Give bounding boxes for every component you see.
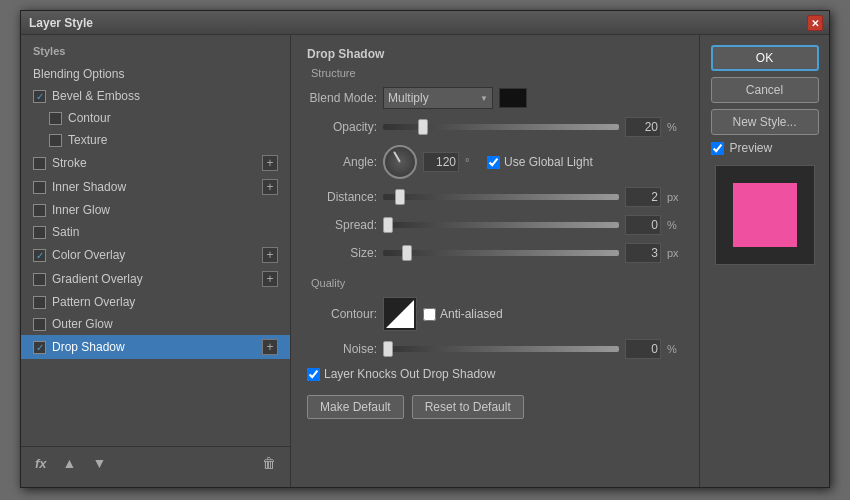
sidebar-item-bevel-emboss[interactable]: Bevel & Emboss — [21, 85, 290, 107]
preview-label: Preview — [730, 141, 773, 155]
shadow-color-swatch[interactable] — [499, 88, 527, 108]
sidebar-item-color-overlay[interactable]: Color Overlay + — [21, 243, 290, 267]
left-panel: Styles Blending Options Bevel & Emboss C… — [21, 35, 291, 487]
angle-dial[interactable] — [383, 145, 417, 179]
satin-checkbox[interactable] — [33, 226, 46, 239]
drop-shadow-plus-button[interactable]: + — [262, 339, 278, 355]
sidebar-item-gradient-overlay[interactable]: Gradient Overlay + — [21, 267, 290, 291]
noise-input[interactable] — [625, 339, 661, 359]
distance-thumb[interactable] — [395, 189, 405, 205]
color-overlay-plus-button[interactable]: + — [262, 247, 278, 263]
global-light-label: Use Global Light — [504, 155, 593, 169]
title-bar: Layer Style ✕ — [21, 11, 829, 35]
sidebar-item-contour[interactable]: Contour — [21, 107, 290, 129]
spread-slider[interactable] — [383, 222, 619, 228]
inner-shadow-checkbox[interactable] — [33, 181, 46, 194]
contour-thumbnail[interactable] — [383, 297, 417, 331]
opacity-slider[interactable] — [383, 124, 619, 130]
layer-knocks-out-checkbox[interactable] — [307, 368, 320, 381]
drop-shadow-checkbox[interactable] — [33, 341, 46, 354]
global-light-container: Use Global Light — [487, 155, 593, 169]
noise-slider[interactable] — [383, 346, 619, 352]
layer-knocks-out-label: Layer Knocks Out Drop Shadow — [324, 367, 495, 381]
new-style-button[interactable]: New Style... — [711, 109, 819, 135]
make-default-button[interactable]: Make Default — [307, 395, 404, 419]
size-slider[interactable] — [383, 250, 619, 256]
sidebar-item-stroke[interactable]: Stroke + — [21, 151, 290, 175]
sidebar-item-pattern-overlay[interactable]: Pattern Overlay — [21, 291, 290, 313]
size-input[interactable] — [625, 243, 661, 263]
preview-row: Preview — [711, 141, 819, 155]
distance-input[interactable] — [625, 187, 661, 207]
move-up-button[interactable]: ▲ — [59, 453, 81, 473]
sidebar-item-drop-shadow[interactable]: Drop Shadow + — [21, 335, 290, 359]
pattern-overlay-checkbox[interactable] — [33, 296, 46, 309]
inner-shadow-plus-button[interactable]: + — [262, 179, 278, 195]
close-button[interactable]: ✕ — [807, 15, 823, 31]
distance-slider[interactable] — [383, 194, 619, 200]
sidebar-item-inner-shadow[interactable]: Inner Shadow + — [21, 175, 290, 199]
svg-marker-0 — [386, 300, 414, 328]
inner-glow-checkbox[interactable] — [33, 204, 46, 217]
gradient-overlay-plus-button[interactable]: + — [262, 271, 278, 287]
preview-checkbox[interactable] — [711, 142, 724, 155]
contour-checkbox[interactable] — [49, 112, 62, 125]
contour-svg — [386, 300, 414, 328]
opacity-input[interactable] — [625, 117, 661, 137]
noise-row: Noise: % — [307, 339, 683, 359]
sidebar-item-texture[interactable]: Texture — [21, 129, 290, 151]
right-panel: OK Cancel New Style... Preview — [699, 35, 829, 487]
pattern-overlay-label: Pattern Overlay — [52, 295, 135, 309]
anti-aliased-checkbox[interactable] — [423, 308, 436, 321]
ok-button[interactable]: OK — [711, 45, 819, 71]
inner-shadow-label: Inner Shadow — [52, 180, 126, 194]
blend-mode-arrow-icon: ▼ — [480, 94, 488, 103]
layer-style-dialog: Layer Style ✕ Styles Blending Options Be… — [20, 10, 830, 488]
size-unit: px — [667, 247, 683, 259]
reset-to-default-button[interactable]: Reset to Default — [412, 395, 524, 419]
delete-button[interactable]: 🗑 — [258, 453, 280, 473]
color-overlay-checkbox[interactable] — [33, 249, 46, 262]
blend-mode-label: Blend Mode: — [307, 91, 377, 105]
distance-row: Distance: px — [307, 187, 683, 207]
sidebar-item-blending-options[interactable]: Blending Options — [21, 63, 290, 85]
noise-thumb[interactable] — [383, 341, 393, 357]
angle-row: Angle: ° Use Global Light — [307, 145, 683, 179]
opacity-label: Opacity: — [307, 120, 377, 134]
color-overlay-label: Color Overlay — [52, 248, 125, 262]
opacity-thumb[interactable] — [418, 119, 428, 135]
sidebar-item-satin[interactable]: Satin — [21, 221, 290, 243]
drop-shadow-title: Drop Shadow — [307, 47, 683, 61]
texture-checkbox[interactable] — [49, 134, 62, 147]
gradient-overlay-checkbox[interactable] — [33, 273, 46, 286]
stroke-plus-button[interactable]: + — [262, 155, 278, 171]
spread-thumb[interactable] — [383, 217, 393, 233]
dialog-title: Layer Style — [29, 16, 93, 30]
angle-input[interactable] — [423, 152, 459, 172]
center-panel: Drop Shadow Structure Blend Mode: Multip… — [291, 35, 699, 487]
contour-row: Contour: Anti-aliased — [307, 297, 683, 331]
layer-knocks-out-row: Layer Knocks Out Drop Shadow — [307, 367, 683, 381]
gradient-overlay-label: Gradient Overlay — [52, 272, 143, 286]
inner-glow-label: Inner Glow — [52, 203, 110, 217]
size-label: Size: — [307, 246, 377, 260]
texture-label: Texture — [68, 133, 107, 147]
move-down-button[interactable]: ▼ — [88, 453, 110, 473]
sidebar-item-outer-glow[interactable]: Outer Glow — [21, 313, 290, 335]
angle-unit: ° — [465, 156, 481, 168]
distance-slider-container — [383, 194, 619, 200]
outer-glow-checkbox[interactable] — [33, 318, 46, 331]
anti-aliased-container: Anti-aliased — [423, 307, 503, 321]
stroke-checkbox[interactable] — [33, 157, 46, 170]
sidebar-item-inner-glow[interactable]: Inner Glow — [21, 199, 290, 221]
drop-shadow-label: Drop Shadow — [52, 340, 125, 354]
distance-unit: px — [667, 191, 683, 203]
use-global-light-checkbox[interactable] — [487, 156, 500, 169]
spread-input[interactable] — [625, 215, 661, 235]
cancel-button[interactable]: Cancel — [711, 77, 819, 103]
bevel-emboss-checkbox[interactable] — [33, 90, 46, 103]
preview-box — [715, 165, 815, 265]
fx-button[interactable]: fx — [31, 454, 51, 473]
blend-mode-dropdown[interactable]: Multiply ▼ — [383, 87, 493, 109]
size-thumb[interactable] — [402, 245, 412, 261]
